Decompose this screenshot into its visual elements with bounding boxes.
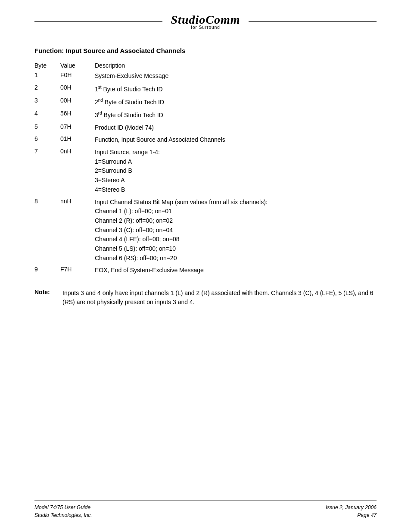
footer-right: Issue 2, January 2006 Page 47 bbox=[326, 504, 377, 519]
footer-issue: Issue 2, January 2006 bbox=[326, 504, 377, 511]
desc-line: Channel 1 (L): off=00; on=01 bbox=[95, 208, 172, 215]
content: Function: Input Source and Associated Ch… bbox=[34, 43, 377, 307]
cell-description: Input Channel Status Bit Map (sum values… bbox=[95, 196, 377, 264]
col-header-description: Description bbox=[95, 61, 377, 70]
note-label: Note: bbox=[34, 289, 58, 307]
desc-line: Channel 5 (LS): off=00; on=10 bbox=[95, 245, 176, 252]
desc-line: 4=Stereo B bbox=[95, 186, 125, 193]
cell-description: Function, Input Source and Associated Ch… bbox=[95, 134, 377, 146]
superscript: nd bbox=[98, 98, 103, 103]
header-logo: StudioComm for Surround bbox=[162, 13, 249, 30]
cell-value: 07H bbox=[60, 121, 95, 134]
cell-description: Input Source, range 1-4:1=Surround A2=Su… bbox=[95, 146, 377, 196]
cell-byte: 1 bbox=[34, 70, 60, 82]
note-section: Note: Inputs 3 and 4 only have input cha… bbox=[34, 289, 377, 307]
footer: Model 74/75 User Guide Studio Technologi… bbox=[34, 501, 377, 519]
cell-description: EOX, End of System-Exclusive Message bbox=[95, 264, 377, 277]
footer-page: Page 47 bbox=[326, 511, 377, 519]
table-row: 9F7HEOX, End of System-Exclusive Message bbox=[34, 264, 377, 277]
header: StudioComm for Surround bbox=[34, 0, 377, 30]
cell-description: 1st Byte of Studio Tech ID bbox=[95, 82, 377, 95]
cell-description: Product ID (Model 74) bbox=[95, 121, 377, 134]
desc-line: Channel 2 (R): off=00; on=02 bbox=[95, 217, 173, 224]
desc-line: Channel 4 (LFE): off=00; on=08 bbox=[95, 236, 180, 243]
cell-value: 56H bbox=[60, 108, 95, 121]
footer-company: Studio Technologies, Inc. bbox=[34, 511, 92, 519]
table-row: 456H3rd Byte of Studio Tech ID bbox=[34, 108, 377, 121]
cell-byte: 3 bbox=[34, 95, 60, 108]
desc-line: Channel 6 (RS): off=00; on=20 bbox=[95, 255, 177, 261]
superscript: rd bbox=[98, 111, 102, 115]
table-row: 507HProduct ID (Model 74) bbox=[34, 121, 377, 134]
col-header-value: Value bbox=[60, 61, 95, 70]
desc-line: 2=Surround B bbox=[95, 167, 132, 174]
cell-value: F0H bbox=[60, 70, 95, 82]
section-title: Function: Input Source and Associated Ch… bbox=[34, 47, 377, 54]
header-line-left bbox=[34, 21, 162, 22]
cell-byte: 4 bbox=[34, 108, 60, 121]
table-row: 8nnHInput Channel Status Bit Map (sum va… bbox=[34, 196, 377, 264]
note-text: Inputs 3 and 4 only have input channels … bbox=[62, 289, 377, 307]
data-table: Byte Value Description 1F0HSystem-Exclus… bbox=[34, 61, 377, 277]
superscript: st bbox=[98, 85, 102, 90]
desc-line: Input Channel Status Bit Map (sum values… bbox=[95, 199, 268, 205]
table-row: 300H2nd Byte of Studio Tech ID bbox=[34, 95, 377, 108]
table-header-row: Byte Value Description bbox=[34, 61, 377, 70]
cell-byte: 8 bbox=[34, 196, 60, 264]
cell-value: 01H bbox=[60, 134, 95, 146]
cell-byte: 7 bbox=[34, 146, 60, 196]
cell-byte: 9 bbox=[34, 264, 60, 277]
desc-line: 3=Stereo A bbox=[95, 177, 125, 184]
cell-description: 3rd Byte of Studio Tech ID bbox=[95, 108, 377, 121]
cell-description: System-Exclusive Message bbox=[95, 70, 377, 82]
cell-description: 2nd Byte of Studio Tech ID bbox=[95, 95, 377, 108]
page: StudioComm for Surround Function: Input … bbox=[0, 0, 411, 532]
header-line-right bbox=[249, 21, 377, 22]
cell-byte: 6 bbox=[34, 134, 60, 146]
table-row: 70nHInput Source, range 1-4:1=Surround A… bbox=[34, 146, 377, 196]
cell-byte: 5 bbox=[34, 121, 60, 134]
footer-left: Model 74/75 User Guide Studio Technologi… bbox=[34, 504, 92, 519]
cell-value: 00H bbox=[60, 82, 95, 95]
footer-model: Model 74/75 User Guide bbox=[34, 504, 92, 511]
cell-value: 0nH bbox=[60, 146, 95, 196]
cell-value: nnH bbox=[60, 196, 95, 264]
cell-value: F7H bbox=[60, 264, 95, 277]
col-header-byte: Byte bbox=[34, 61, 60, 70]
table-row: 200H1st Byte of Studio Tech ID bbox=[34, 82, 377, 95]
desc-line: 1=Surround A bbox=[95, 158, 132, 165]
cell-byte: 2 bbox=[34, 82, 60, 95]
cell-value: 00H bbox=[60, 95, 95, 108]
desc-line: Channel 3 (C): off=00; on=04 bbox=[95, 227, 173, 233]
table-row: 1F0HSystem-Exclusive Message bbox=[34, 70, 377, 82]
table-row: 601HFunction, Input Source and Associate… bbox=[34, 134, 377, 146]
desc-line: Input Source, range 1-4: bbox=[95, 149, 160, 156]
